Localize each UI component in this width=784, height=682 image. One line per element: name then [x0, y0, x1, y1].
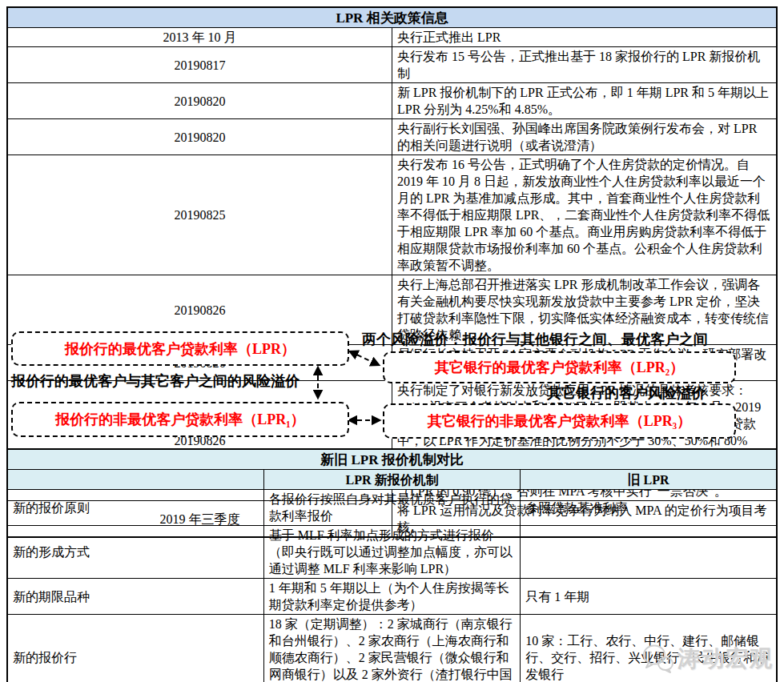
row-label: 新的报价原则 — [7, 490, 263, 526]
other-bank-best-rate-box: 其它银行的最优客户贷款利率（LPR₂） — [383, 351, 736, 383]
old-lpr-cell — [521, 526, 777, 579]
two-premiums-label: 两个风险溢价：报价行与其他银行之间、最优客户之间 — [362, 330, 708, 349]
policy-event: 央行正式推出 LPR — [392, 28, 778, 47]
policy-event: 央行发布 15 号公告，正式推出基于 18 家报价行的 LPR 新报价机制 — [392, 47, 778, 83]
table-row: 新的报价行 18 家（定期调整）：2 家城商行（南京银行和台州银行）、2 家农商… — [7, 615, 777, 682]
col-header-old-lpr: 旧 LPR — [521, 470, 777, 490]
old-lpr-cell: 参照贷款基准利率 — [521, 490, 777, 526]
table-row: 2013 年 10 月 央行正式推出 LPR — [7, 28, 777, 47]
row-label: 新的形成方式 — [7, 526, 263, 579]
table-row: 20190820 新 LPR 报价机制下的 LPR 正式公布，即 1 年期 LP… — [7, 83, 777, 119]
quoting-bank-nonbest-rate-box: 报价行的非最优客户贷款利率（LPR₁） — [11, 402, 349, 437]
policy-date: 20190820 — [7, 83, 392, 119]
new-lpr-cell: 18 家（定期调整）：2 家城商行（南京银行和台州银行）、2 家农商行（上海农商… — [263, 615, 520, 682]
corner-cell — [7, 470, 263, 490]
policy-date: 20190820 — [7, 119, 392, 155]
comparison-table-title: 新旧 LPR 报价机制对比 — [7, 449, 777, 470]
policy-event: 新 LPR 报价机制下的 LPR 正式公布，即 1 年期 LPR 和 5 年期以… — [392, 83, 778, 119]
new-lpr-cell: 各报价行按照自身对其最优质客户执行的贷款利率报价 — [263, 490, 520, 526]
new-lpr-cell: 基于 MLF 利率加点形成的方式进行报价（即央行既可以通过调整加点幅度，亦可以通… — [263, 526, 520, 579]
table-row: 新的期限品种 1 年期和 5 年期以上（为个人住房按揭等长期贷款利率定价提供参考… — [7, 579, 777, 615]
old-lpr-cell: 只有 1 年期 — [521, 579, 777, 615]
other-bank-nonbest-rate-box: 其它银行的非最优客户贷款利率（LPR₃） — [383, 403, 736, 439]
row-label: 新的期限品种 — [7, 579, 263, 615]
comparison-title-row: 新旧 LPR 报价机制对比 — [7, 449, 777, 470]
row-label: 新的报价行 — [7, 615, 263, 682]
policy-table-title: LPR 相关政策信息 — [7, 7, 777, 28]
col-header-new-lpr: LPR 新报价机制 — [263, 470, 520, 490]
policy-date: 2013 年 10 月 — [7, 28, 392, 47]
other-bank-premium-label: 其它银行的客户风险溢价 — [547, 383, 706, 403]
new-lpr-cell: 1 年期和 5 年期以上（为个人住房按揭等长期贷款利率定价提供参考） — [263, 579, 520, 615]
policy-event: 央行发布 16 号公告，正式明确了个人住房贷款的定价情况。自 2019 年 10… — [392, 155, 778, 275]
quoting-bank-best-rate-box: 报价行的最优客户贷款利率（LPR） — [11, 331, 349, 366]
quoting-bank-premium-label: 报价行的最优客户与其它客户之间的风险溢价 — [11, 371, 300, 391]
table-row: 20190825 央行发布 16 号公告，正式明确了个人住房贷款的定价情况。自 … — [7, 155, 777, 275]
lpr-comparison-table: 新旧 LPR 报价机制对比 LPR 新报价机制 旧 LPR 新的报价原则 各报价… — [6, 448, 778, 682]
policy-event: 央行副行长刘国强、孙国峰出席国务院政策例行发布会，对 LPR 的相关问题进行说明… — [392, 119, 778, 155]
table-row: 20190820 央行副行长刘国强、孙国峰出席国务院政策例行发布会，对 LPR … — [7, 119, 777, 155]
document-page: LPR 相关政策信息 2013 年 10 月 央行正式推出 LPR 201908… — [0, 0, 784, 682]
policy-table-header-row: LPR 相关政策信息 — [7, 7, 777, 28]
policy-date: 20190825 — [7, 155, 392, 275]
table-row: 20190817 央行发布 15 号公告，正式推出基于 18 家报价行的 LPR… — [7, 47, 777, 83]
old-lpr-cell: 10 家：工行、农行、中行、建行、邮储银行、交行、招行、兴业银行、民生银行和浦发… — [521, 615, 777, 682]
policy-date: 20190817 — [7, 47, 392, 83]
table-row: 新的形成方式 基于 MLF 利率加点形成的方式进行报价（即央行既可以通过调整加点… — [7, 526, 777, 579]
diagonal-double-arrow — [350, 351, 379, 365]
comparison-header-row: LPR 新报价机制 旧 LPR — [7, 470, 777, 490]
table-row: 新的报价原则 各报价行按照自身对其最优质客户执行的贷款利率报价 参照贷款基准利率 — [7, 490, 777, 526]
lpr-premium-diagram: 报价行的最优客户贷款利率（LPR） 报价行的最优客户与其它客户之间的风险溢价 报… — [0, 325, 784, 448]
